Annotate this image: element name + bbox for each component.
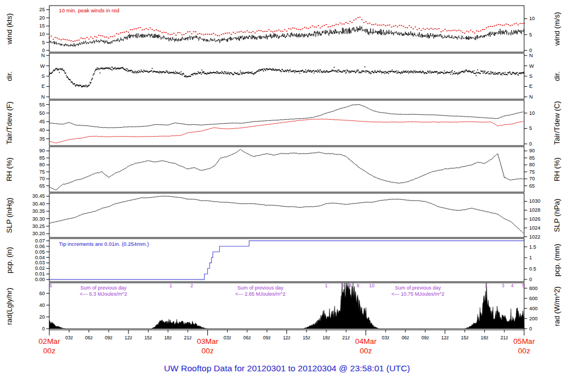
annotation-rad-6: <--- 2.85 MJoules/m^2 bbox=[235, 291, 286, 297]
ytick-right-slp: 1024 bbox=[529, 225, 540, 231]
ytick-left-slp: 30.20 bbox=[32, 231, 45, 236]
ytick-left-dir: W bbox=[40, 63, 45, 69]
ytick-right-dir: E bbox=[529, 83, 533, 89]
ytick-left-slp: 30.30 bbox=[32, 216, 45, 222]
ytick-right-rh: 75 bbox=[529, 169, 535, 175]
ytick-left-temp: 35 bbox=[39, 136, 45, 142]
ytick-left-rh: 75 bbox=[39, 169, 45, 175]
series-tdew bbox=[49, 119, 524, 143]
series-wind-direction bbox=[49, 67, 525, 87]
ytick-left-pcp: 0.01 bbox=[35, 271, 45, 277]
ylabel-left-slp: SLP (inHg) bbox=[5, 198, 13, 233]
ytick-left-wind: 20 bbox=[39, 15, 45, 21]
ytick-right-rh: 85 bbox=[529, 155, 535, 161]
ytick-right-rh: 65 bbox=[529, 183, 535, 189]
series-sea-level-pressure bbox=[49, 196, 524, 234]
panel-rad: 02040600200400600800rad(Lgly/hr)rad (W/m… bbox=[5, 283, 561, 332]
ylabel-left-temp: Tair/Tdew (F) bbox=[5, 101, 13, 144]
ytick-left-pcp: 0.04 bbox=[35, 255, 45, 260]
xtick-day-label: 02Mar bbox=[39, 337, 61, 346]
ytick-left-dir: E bbox=[41, 83, 45, 89]
ytick-left-pcp: 0.00 bbox=[35, 277, 45, 282]
ytick-left-slp: 30.45 bbox=[32, 193, 45, 199]
annotation-rad-17: 5 bbox=[522, 283, 525, 288]
ytick-left-rh: 65 bbox=[39, 183, 45, 189]
ytick-right-temp: 0 bbox=[529, 141, 532, 147]
ylabel-left-rh: RH (%) bbox=[5, 157, 13, 181]
annotation-rad-2: <--- 6.3 MJoules/m^2 bbox=[80, 291, 127, 297]
annotation-rad-4: 2 bbox=[191, 283, 193, 288]
panel-slp: 30.2030.2530.3030.3530.4030.451022102410… bbox=[5, 193, 561, 240]
ytick-left-wind: 10 bbox=[39, 31, 45, 37]
ytick-right-rad: 800 bbox=[529, 286, 538, 291]
ytick-right-temp: 10 bbox=[529, 110, 535, 116]
ytick-left-rh: 70 bbox=[39, 176, 45, 181]
annotation-rad-3: 1 bbox=[169, 283, 172, 288]
ytick-right-rh: 70 bbox=[529, 176, 535, 181]
ytick-left-wind: 15 bbox=[39, 23, 45, 29]
xtick-hour-label: 15z bbox=[303, 335, 311, 340]
series-wind-peaks bbox=[49, 17, 525, 42]
xtick-day-label: 03Mar bbox=[197, 337, 219, 346]
annotation-rad-7: 1 bbox=[325, 283, 328, 288]
ytick-right-rad: 200 bbox=[529, 316, 538, 321]
xtick-hour-label: 03z bbox=[224, 335, 232, 340]
ylabel-right-rad: rad (W/m^2) bbox=[553, 286, 561, 326]
annotation-rad-13: <--- 10.75 MJoules/m^2 bbox=[391, 291, 445, 297]
xtick-hour-label: 03z bbox=[382, 335, 390, 340]
ytick-left-pcp: 0.02 bbox=[35, 265, 45, 271]
ytick-left-pcp: 0.05 bbox=[35, 249, 45, 255]
ytick-left-slp: 30.25 bbox=[32, 223, 45, 229]
ytick-right-temp: 5 bbox=[529, 125, 532, 131]
ylabel-right-temp: Tair/Tdew (C) bbox=[553, 101, 561, 144]
ylabel-right-pcp: pcp. (mm) bbox=[553, 244, 561, 277]
ytick-left-dir: N bbox=[41, 94, 45, 100]
ytick-left-pcp: 0.06 bbox=[35, 244, 45, 249]
ytick-left-rad: 60 bbox=[39, 291, 45, 296]
panel-rh: 657075808590657075808590RH (%)RH (%) bbox=[5, 147, 561, 192]
ytick-right-dir: N bbox=[529, 94, 533, 100]
ytick-left-temp: 45 bbox=[39, 119, 45, 124]
ytick-right-rad: 0 bbox=[529, 326, 532, 332]
ytick-left-rh: 90 bbox=[39, 148, 45, 153]
ytick-right-slp: 1030 bbox=[529, 198, 540, 204]
ylabel-left-wind: wind (kts) bbox=[5, 13, 13, 45]
ytick-left-rh: 80 bbox=[39, 162, 45, 167]
ytick-left-slp: 30.35 bbox=[32, 208, 45, 214]
xtick-day-sublabel: 00z bbox=[518, 347, 530, 355]
ytick-left-temp: 50 bbox=[39, 110, 45, 116]
annotation-pcp-0: Tip increments are 0.01in. (0.254mm.) bbox=[59, 241, 149, 247]
annotation-rad-11: 10 bbox=[369, 283, 375, 288]
panel-border-wind bbox=[49, 6, 524, 52]
panel-temp: 35404550550510Tair/Tdew (F)Tair/Tdew (C) bbox=[5, 100, 561, 147]
ytick-left-dir: N bbox=[41, 53, 45, 58]
ytick-left-dir: S bbox=[41, 73, 45, 79]
xtick-hour-label: 21z bbox=[501, 335, 508, 340]
annotation-rad-14: 1 bbox=[484, 283, 487, 288]
xtick-hour-label: 06z bbox=[243, 335, 251, 340]
panel-border-slp bbox=[49, 193, 524, 237]
ytick-right-pcp: 0.5 bbox=[529, 266, 536, 272]
xtick-hour-label: 12z bbox=[283, 335, 291, 340]
ytick-right-pcp: 1 bbox=[529, 255, 532, 260]
ytick-right-rad: 600 bbox=[529, 296, 538, 301]
xtick-hour-label: 06z bbox=[85, 335, 93, 340]
panels-group: 05101520250510wind (kts)wind (m/s)10 min… bbox=[5, 6, 561, 332]
xtick-day-sublabel: 00z bbox=[201, 347, 214, 355]
x-axis: 03z06z09z12z15z18z21z03z06z09z12z15z18z2… bbox=[39, 330, 535, 355]
ylabel-right-rh: RH (%) bbox=[553, 157, 561, 181]
panel-dir: NESWNNESWNdir.dir. bbox=[5, 53, 561, 100]
ylabel-left-rad: rad(Lgly/hr) bbox=[5, 288, 13, 325]
xtick-day-sublabel: 00z bbox=[43, 347, 55, 355]
annotation-rad-1: Sum of previous day bbox=[80, 285, 127, 291]
ytick-right-rh: 90 bbox=[529, 148, 535, 153]
annotation-rad-8: 3 bbox=[341, 283, 344, 288]
xtick-hour-label: 21z bbox=[342, 335, 350, 340]
panel-pcp: 0.000.010.020.030.040.050.060.0700.511.5… bbox=[5, 238, 561, 282]
annotation-rad-5: Sum of previous day bbox=[237, 285, 284, 291]
ytick-right-wind: 10 bbox=[529, 16, 535, 21]
xtick-hour-label: 12z bbox=[124, 335, 132, 340]
ytick-right-slp: 1022 bbox=[529, 234, 540, 240]
ytick-right-rad: 400 bbox=[529, 306, 538, 311]
xtick-hour-label: 15z bbox=[145, 335, 152, 340]
